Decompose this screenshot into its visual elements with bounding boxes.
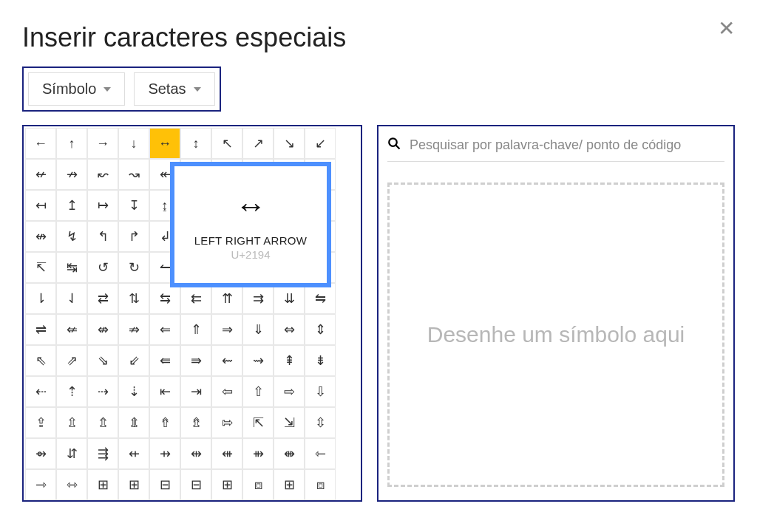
glyph-cell[interactable]: ⇪: [25, 407, 56, 438]
glyph-cell[interactable]: ⇷: [118, 438, 149, 469]
glyph-cell[interactable]: ↖: [211, 128, 242, 159]
glyph-cell[interactable]: ⇝: [242, 345, 274, 376]
glyph-cell[interactable]: ⊟: [149, 469, 180, 500]
glyph-cell[interactable]: ⇢: [87, 376, 118, 407]
glyph-cell[interactable]: ⊞: [118, 469, 149, 500]
glyph-cell[interactable]: ⇤: [149, 376, 180, 407]
glyph-cell[interactable]: ↙: [305, 128, 336, 159]
glyph-cell[interactable]: ⇲: [274, 407, 305, 438]
glyph-cell[interactable]: ⇣: [118, 376, 149, 407]
glyph-cell[interactable]: ↗: [242, 128, 274, 159]
glyph-cell[interactable]: ⇭: [118, 407, 149, 438]
glyph-cell[interactable]: ⇦: [211, 376, 242, 407]
subcategory-dropdown[interactable]: Setas: [134, 72, 214, 106]
glyph-cell[interactable]: ⇫: [56, 407, 87, 438]
glyph-cell[interactable]: ⇂: [25, 283, 56, 314]
glyph-cell[interactable]: ↘: [274, 128, 305, 159]
glyph-cell[interactable]: ⇶: [87, 438, 118, 469]
glyph-cell[interactable]: ↜: [87, 159, 118, 190]
glyph-cell[interactable]: ↧: [118, 190, 149, 221]
glyph-cell[interactable]: ↯: [56, 221, 87, 252]
glyph-cell[interactable]: ⇔: [274, 314, 305, 345]
glyph-cell[interactable]: ⇉: [242, 283, 274, 314]
category-dropdown[interactable]: Símbolo: [28, 72, 125, 106]
glyph-cell[interactable]: ⇳: [305, 407, 336, 438]
glyph-cell[interactable]: ⇜: [211, 345, 242, 376]
glyph-cell[interactable]: ↦: [87, 190, 118, 221]
glyph-cell[interactable]: ⇒: [211, 314, 242, 345]
glyph-cell[interactable]: ↱: [118, 221, 149, 252]
glyph-cell[interactable]: ↔: [149, 128, 180, 159]
glyph-cell[interactable]: →: [87, 128, 118, 159]
glyph-cell[interactable]: ⇖: [25, 345, 56, 376]
glyph-cell[interactable]: ↰: [87, 221, 118, 252]
glyph-cell[interactable]: ⇙: [118, 345, 149, 376]
glyph-cell[interactable]: ⇞: [274, 345, 305, 376]
glyph-cell[interactable]: ⇬: [87, 407, 118, 438]
glyph-cell[interactable]: ⇻: [242, 438, 274, 469]
glyph-cell[interactable]: ⇈: [211, 283, 242, 314]
glyph-cell[interactable]: ⇕: [305, 314, 336, 345]
glyph-cell[interactable]: ⇨: [274, 376, 305, 407]
glyph-cell[interactable]: ⇺: [211, 438, 242, 469]
glyph-cell[interactable]: ⇍: [56, 314, 87, 345]
glyph-cell[interactable]: ⇡: [56, 376, 87, 407]
glyph-cell[interactable]: ⧈: [242, 469, 274, 500]
glyph-cell[interactable]: ⇆: [149, 283, 180, 314]
draw-canvas[interactable]: Desenhe um símbolo aqui: [387, 183, 724, 487]
glyph-cell[interactable]: ⇃: [56, 283, 87, 314]
glyph-cell[interactable]: ⇌: [25, 314, 56, 345]
glyph-cell[interactable]: ⇵: [56, 438, 87, 469]
glyph-cell[interactable]: ⇾: [25, 469, 56, 500]
glyph-cell[interactable]: ↓: [118, 128, 149, 159]
glyph-cell[interactable]: ⇅: [118, 283, 149, 314]
glyph-cell[interactable]: ←: [25, 128, 56, 159]
glyph-cell[interactable]: ⧈: [305, 469, 336, 500]
glyph-cell[interactable]: ⇠: [25, 376, 56, 407]
glyph-cell[interactable]: ↹: [56, 252, 87, 283]
close-button[interactable]: ✕: [718, 18, 735, 39]
glyph-cell[interactable]: ⇗: [56, 345, 87, 376]
glyph-cell[interactable]: ⇛: [180, 345, 211, 376]
glyph-cell[interactable]: ↮: [25, 221, 56, 252]
glyph-cell[interactable]: ⇋: [305, 283, 336, 314]
glyph-cell[interactable]: ⇯: [180, 407, 211, 438]
glyph-cell[interactable]: ↑: [56, 128, 87, 159]
glyph-cell[interactable]: ⇊: [274, 283, 305, 314]
glyph-cell[interactable]: ↸: [25, 252, 56, 283]
glyph-cell[interactable]: ↝: [118, 159, 149, 190]
glyph-cell[interactable]: ↛: [56, 159, 87, 190]
glyph-cell[interactable]: ⇑: [180, 314, 211, 345]
glyph-cell[interactable]: ⇩: [305, 376, 336, 407]
glyph-cell[interactable]: ⇼: [274, 438, 305, 469]
glyph-cell[interactable]: ⇎: [87, 314, 118, 345]
glyph-cell[interactable]: ⇹: [180, 438, 211, 469]
glyph-cell[interactable]: ⊞: [274, 469, 305, 500]
glyph-cell[interactable]: ⊞: [87, 469, 118, 500]
search-input[interactable]: [408, 137, 724, 154]
glyph-cell[interactable]: ⇿: [56, 469, 87, 500]
glyph-cell[interactable]: ⇘: [87, 345, 118, 376]
glyph-cell[interactable]: ⇸: [149, 438, 180, 469]
glyph-cell[interactable]: ⇥: [180, 376, 211, 407]
glyph-cell[interactable]: ↥: [56, 190, 87, 221]
glyph-cell[interactable]: ⇟: [305, 345, 336, 376]
glyph-cell[interactable]: ⇴: [25, 438, 56, 469]
glyph-cell[interactable]: ⇚: [149, 345, 180, 376]
glyph-cell[interactable]: ↕: [180, 128, 211, 159]
glyph-cell[interactable]: ⇏: [118, 314, 149, 345]
glyph-cell[interactable]: ⇓: [242, 314, 274, 345]
glyph-cell[interactable]: ↤: [25, 190, 56, 221]
glyph-cell[interactable]: ↻: [118, 252, 149, 283]
glyph-cell[interactable]: ⇇: [180, 283, 211, 314]
glyph-cell[interactable]: ⇱: [242, 407, 274, 438]
glyph-cell[interactable]: ⊞: [211, 469, 242, 500]
glyph-cell[interactable]: ⇰: [211, 407, 242, 438]
glyph-cell[interactable]: ⇽: [305, 438, 336, 469]
glyph-cell[interactable]: ↺: [87, 252, 118, 283]
glyph-cell[interactable]: ⇧: [242, 376, 274, 407]
glyph-cell[interactable]: ↚: [25, 159, 56, 190]
glyph-cell[interactable]: ⇐: [149, 314, 180, 345]
glyph-cell[interactable]: ⇮: [149, 407, 180, 438]
glyph-cell[interactable]: ⊟: [180, 469, 211, 500]
